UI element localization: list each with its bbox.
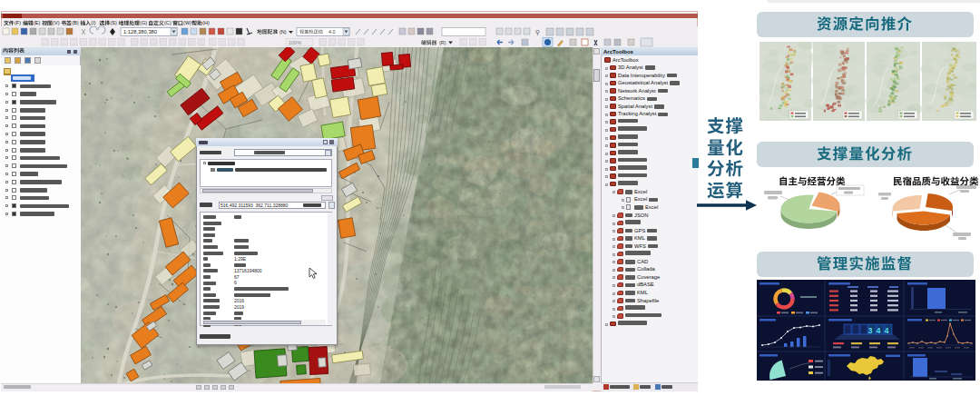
svg-text:(I): (I) xyxy=(91,20,95,25)
svg-text:1:128,380,380: 1:128,380,380 xyxy=(123,29,157,35)
svg-text:(B): (B) xyxy=(72,20,79,25)
svg-text:4.0: 4.0 xyxy=(328,29,336,35)
svg-text:(V): (V) xyxy=(53,20,60,25)
svg-text:(C): (C) xyxy=(164,20,172,25)
svg-text:4: 4 xyxy=(884,326,888,335)
svg-text:(N): (N) xyxy=(279,29,287,35)
svg-text:(S): (S) xyxy=(110,20,117,25)
svg-text:(F): (F) xyxy=(15,20,21,25)
svg-text:(H): (H) xyxy=(202,20,210,25)
svg-text:(W): (W) xyxy=(183,20,191,25)
svg-text:(G): (G) xyxy=(140,20,147,25)
svg-text:⚲: ⚲ xyxy=(535,29,540,35)
svg-text:4: 4 xyxy=(876,326,880,335)
svg-text:3: 3 xyxy=(867,326,872,335)
svg-text:(R): (R) xyxy=(439,40,446,45)
svg-text:(E): (E) xyxy=(34,20,41,25)
svg-text:100%: 100% xyxy=(289,40,301,45)
